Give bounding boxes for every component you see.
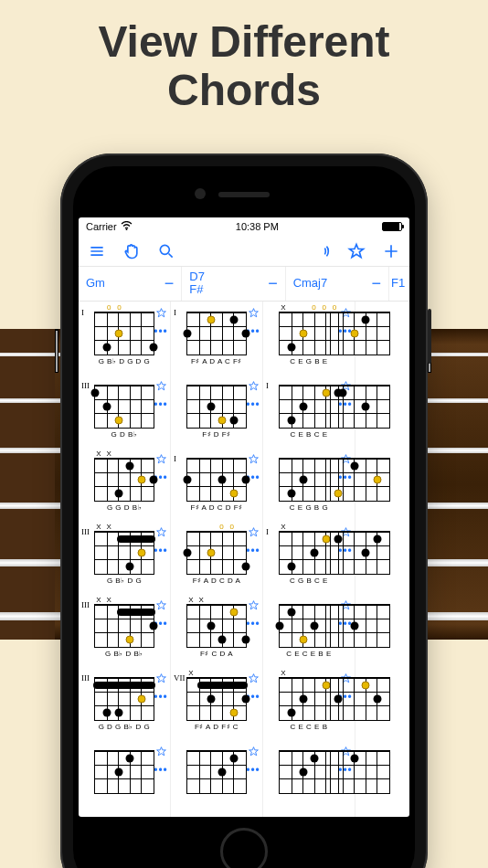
fret-position [81,450,94,520]
app-screen: Carrier 10:38 PM [79,217,409,817]
hand-icon[interactable] [122,242,141,260]
star-icon[interactable] [248,525,260,542]
more-icon[interactable]: ••• [154,326,168,337]
fretboard [94,677,154,721]
fret-position: III [81,597,94,666]
chord-card[interactable]: ••• [355,375,409,448]
chord-card[interactable]: IF♯ A D C D F♯••• [171,448,262,521]
fret-position [266,670,279,739]
chord-card[interactable]: IIIG D B♭••• [79,375,170,448]
toolbar [79,236,409,267]
star-icon[interactable] [155,672,167,688]
open-string-row [330,450,390,458]
fretboard [94,531,154,575]
remove-col-icon[interactable]: − [371,275,381,291]
fret-position [174,597,186,666]
more-icon[interactable]: ••• [154,399,168,410]
note-names: F♯ D F♯ [202,430,231,439]
chord-card[interactable]: I00G B♭ D G D G••• [79,302,170,375]
fret-position: III [81,377,94,447]
chord-card[interactable]: ••• [171,740,262,813]
star-icon[interactable] [248,452,260,469]
star-icon[interactable] [155,745,167,761]
chord-card[interactable]: ••• [355,302,409,375]
add-icon[interactable] [382,242,400,260]
star-icon[interactable] [155,598,167,615]
note-names: G B♭ D G [107,577,142,585]
note-names: G B♭ D B♭ [105,650,143,658]
remove-col-icon[interactable]: − [268,275,278,291]
sound-icon[interactable] [313,242,331,260]
star-icon[interactable] [155,525,167,542]
search-icon[interactable] [157,242,175,260]
chord-grid[interactable]: I00G B♭ D G D G•••IIIG D B♭•••XXG G D B♭… [79,302,409,817]
open-string-row: XX [94,597,154,604]
star-icon[interactable] [248,672,260,688]
fretboard [186,604,247,648]
col-header-3[interactable]: F1 [389,267,409,301]
chord-column: IF♯ A D A C F♯•••F♯ D F♯•••IF♯ A D C D F… [171,302,263,817]
note-names: F♯ A D C D F♯ [190,503,242,512]
fret-position [266,743,279,812]
note-names: F♯ A D C D A [193,577,241,585]
phone-frame: Carrier 10:38 PM [60,153,428,868]
favorite-icon[interactable] [347,242,366,260]
fretboard [186,458,247,502]
fretboard [94,312,154,355]
open-string-row [330,377,390,385]
col-header-2[interactable]: Cmaj7 − [286,267,389,301]
chord-card[interactable]: IIIG D G B♭ D G••• [79,667,170,740]
fret-position: III [81,524,94,593]
more-icon[interactable]: ••• [154,545,168,556]
col-header-0[interactable]: Gm − [79,267,182,301]
chord-card[interactable]: XXF♯ C D A••• [171,594,262,667]
note-names: C E C E B [291,723,328,731]
open-string-row: X [186,670,247,677]
note-names: G D G B♭ D G [99,723,151,731]
chord-card[interactable]: ••• [355,521,409,594]
star-icon[interactable] [248,379,260,396]
fret-position [174,743,186,812]
chord-card[interactable]: ••• [355,667,409,740]
wifi-icon [121,221,133,232]
fret-position [266,597,279,666]
chord-card[interactable]: F♯ D F♯••• [171,375,262,448]
chord-card[interactable]: VIIXF♯ A D F♯ C••• [171,667,262,740]
star-icon[interactable] [155,306,167,323]
open-string-row [330,597,390,604]
open-string-row: XX [94,524,154,531]
more-icon[interactable]: ••• [154,765,168,776]
svg-point-0 [125,228,127,230]
star-icon[interactable] [248,306,260,323]
chord-card[interactable]: XXG G D B♭••• [79,448,170,521]
star-icon[interactable] [155,379,167,396]
fretboard [330,604,390,648]
remove-col-icon[interactable]: − [164,275,175,291]
open-string-row: 00 [186,524,247,531]
chord-card[interactable]: ••• [79,740,170,813]
marketing-headline: View DifferentChords [0,0,488,128]
more-icon[interactable]: ••• [246,545,260,556]
more-icon[interactable]: ••• [246,765,260,776]
chord-card[interactable]: ••• [355,594,409,667]
more-icon[interactable]: ••• [246,619,260,630]
more-icon[interactable]: ••• [246,399,260,410]
svg-point-1 [160,245,169,254]
more-icon[interactable]: ••• [154,692,168,703]
chord-card[interactable]: IIIXXG B♭ D B♭••• [79,594,170,667]
menu-icon[interactable] [88,242,106,260]
battery-icon [382,222,402,231]
chord-card[interactable]: 00F♯ A D C D A••• [171,521,262,594]
col-header-1[interactable]: D7 F# − [182,267,285,301]
chord-card[interactable]: IIIXXG B♭ D G••• [79,521,170,594]
chord-card[interactable]: ••• [355,448,409,521]
fretboard [330,531,390,575]
fretboard [94,458,154,502]
carrier-label: Carrier [86,221,117,232]
star-icon[interactable] [248,598,260,615]
star-icon[interactable] [248,745,260,761]
chord-card[interactable]: IF♯ A D A C F♯••• [171,302,262,375]
chord-card[interactable]: ••• [355,740,409,813]
star-icon[interactable] [155,452,167,469]
open-string-row [94,670,154,677]
